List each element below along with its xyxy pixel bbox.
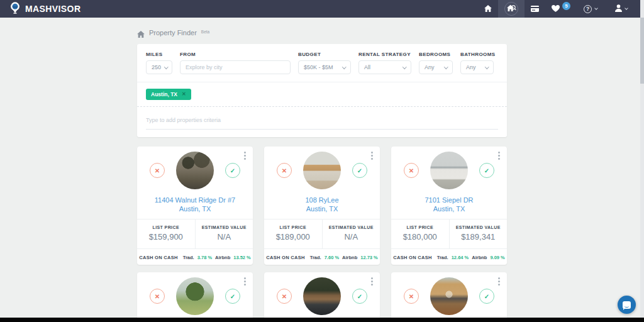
nav-user-button[interactable] (609, 0, 634, 18)
miles-value: 250 (152, 64, 161, 70)
chevron-down-icon (485, 65, 489, 69)
property-address-link[interactable]: 11404 Walnut Ridge Dr #7 Austin, TX (137, 196, 253, 213)
card-actions: ✕ ✓ (391, 272, 507, 315)
favorites-count-badge: 5 (562, 2, 570, 10)
airbnb-value: 12.73 % (360, 255, 378, 260)
remove-tag-icon[interactable]: ✕ (182, 92, 186, 97)
nav-property-finder-button[interactable] (498, 0, 525, 18)
filter-rental-strategy: RENTAL STRATEGY All (358, 52, 411, 74)
card-stats: LIST PRICE $159,900 ESTIMATED VALUE N/A (137, 219, 253, 248)
accept-property-button[interactable]: ✓ (352, 163, 367, 178)
card-stats: LIST PRICE $180,000 ESTIMATED VALUE $189… (391, 219, 507, 248)
list-price-stat: LIST PRICE $189,000 (264, 219, 323, 248)
heart-icon (552, 3, 560, 14)
nav-help-button[interactable]: ? (577, 0, 604, 18)
rental-strategy-select[interactable]: All (358, 60, 411, 74)
property-card: ✕ ✓ 9224 Partridge CIR Austin, TX (391, 272, 507, 322)
nav-billing-button[interactable] (525, 0, 545, 18)
card-menu-icon[interactable] (244, 152, 246, 153)
top-navbar: MASHVISOR (0, 0, 644, 18)
airbnb-label: Airbnb (342, 255, 357, 260)
city-filter-tag[interactable]: Austin, TX ✕ (146, 89, 191, 100)
miles-select[interactable]: 250 (146, 60, 172, 74)
accept-property-button[interactable]: ✓ (225, 289, 240, 304)
chevron-down-icon (594, 6, 598, 10)
bathrooms-select[interactable]: Any (460, 60, 494, 74)
home-icon (484, 3, 492, 14)
card-stats: LIST PRICE $189,000 ESTIMATED VALUE N/A (264, 219, 380, 248)
property-address-link[interactable]: 7101 Siepel DR Austin, TX (391, 196, 507, 213)
accept-property-button[interactable]: ✓ (352, 289, 367, 304)
stat-label: LIST PRICE (279, 225, 306, 230)
stat-value: $189,341 (461, 232, 495, 242)
card-menu-icon[interactable] (498, 152, 500, 153)
accept-property-button[interactable]: ✓ (479, 289, 494, 304)
explore-city-input[interactable] (180, 60, 291, 74)
stat-value: $189,000 (276, 232, 310, 242)
mashvisor-logo[interactable]: MASHVISOR (9, 2, 80, 16)
list-price-stat: LIST PRICE $159,900 (137, 219, 196, 248)
city-line: Austin, TX (264, 204, 380, 213)
card-menu-icon[interactable] (371, 277, 373, 279)
chat-bubble-icon (623, 301, 631, 309)
airbnb-value: 9.09 % (490, 255, 504, 260)
stat-label: ESTIMATED VALUE (456, 225, 501, 230)
trad-value: 7.60 % (325, 255, 339, 260)
reject-property-button[interactable]: ✕ (277, 163, 292, 178)
cash-on-cash-row: CASH ON CASH Trad. 7.60 % Airbnb 12.73 % (264, 248, 380, 265)
scrollbar-thumb[interactable] (640, 18, 644, 84)
bathrooms-value: Any (466, 64, 476, 70)
nav-favorites-button[interactable]: 5 (545, 0, 570, 18)
property-card: ✕ ✓ 108 RyLee Austin, TX LIST PRICE $189… (264, 147, 380, 265)
chevron-down-icon (444, 65, 448, 69)
estimated-value-stat: ESTIMATED VALUE $189,341 (450, 219, 508, 248)
airbnb-label: Airbnb (215, 255, 230, 260)
property-card: ✕ ✓ 11404 Walnut Ridge Dr #7 Austin, TX … (137, 147, 253, 265)
card-actions: ✕ ✓ (391, 147, 507, 189)
billing-card-icon (531, 3, 539, 14)
nav-home-button[interactable] (478, 0, 498, 18)
estimated-value-stat: ESTIMATED VALUE N/A (323, 219, 380, 248)
reject-property-button[interactable]: ✕ (150, 163, 165, 178)
reject-property-button[interactable]: ✕ (404, 289, 419, 304)
budget-select[interactable]: $50K - $5M (298, 60, 351, 74)
address-line: 7101 Siepel DR (391, 196, 507, 204)
card-menu-icon[interactable] (371, 152, 373, 153)
property-photo[interactable] (176, 152, 214, 189)
card-menu-icon[interactable] (244, 277, 246, 279)
accept-property-button[interactable]: ✓ (225, 163, 240, 178)
criteria-row (146, 107, 498, 137)
filter-label: RENTAL STRATEGY (358, 52, 411, 57)
filter-label: BUDGET (298, 52, 351, 57)
reject-property-button[interactable]: ✕ (150, 289, 165, 304)
reject-property-button[interactable]: ✕ (404, 163, 419, 178)
stat-label: LIST PRICE (406, 225, 433, 230)
chat-launcher-button[interactable] (618, 296, 636, 314)
beta-badge: Beta (201, 30, 209, 34)
property-address-link[interactable]: 108 RyLee Austin, TX (264, 196, 380, 213)
reject-property-button[interactable]: ✕ (277, 289, 292, 304)
window-bottom-edge (0, 318, 644, 322)
filter-budget: BUDGET $50K - $5M (298, 52, 351, 74)
property-grid: ✕ ✓ 11404 Walnut Ridge Dr #7 Austin, TX … (137, 147, 507, 322)
stat-value: N/A (344, 232, 358, 242)
property-photo[interactable] (430, 277, 468, 315)
navbar-actions: 5 ? (478, 0, 634, 18)
stat-value: $180,000 (403, 232, 437, 242)
criteria-input[interactable] (146, 117, 498, 130)
scrollbar-track[interactable] (640, 0, 644, 322)
property-photo[interactable] (430, 152, 468, 189)
cash-on-cash-row: CASH ON CASH Trad. 12.64 % Airbnb 9.09 % (391, 248, 507, 265)
bedrooms-select[interactable]: Any (419, 60, 453, 74)
city-line: Austin, TX (137, 204, 253, 213)
property-photo[interactable] (176, 277, 214, 315)
chevron-down-icon (402, 65, 406, 69)
property-photo[interactable] (303, 152, 341, 189)
accept-property-button[interactable]: ✓ (479, 163, 494, 178)
filter-miles: MILES 250 (146, 52, 172, 74)
rental-strategy-value: All (364, 64, 370, 70)
trad-value: 3.78 % (197, 255, 212, 260)
property-photo[interactable] (303, 277, 341, 315)
card-menu-icon[interactable] (498, 277, 500, 279)
property-finder-ring (504, 2, 518, 16)
